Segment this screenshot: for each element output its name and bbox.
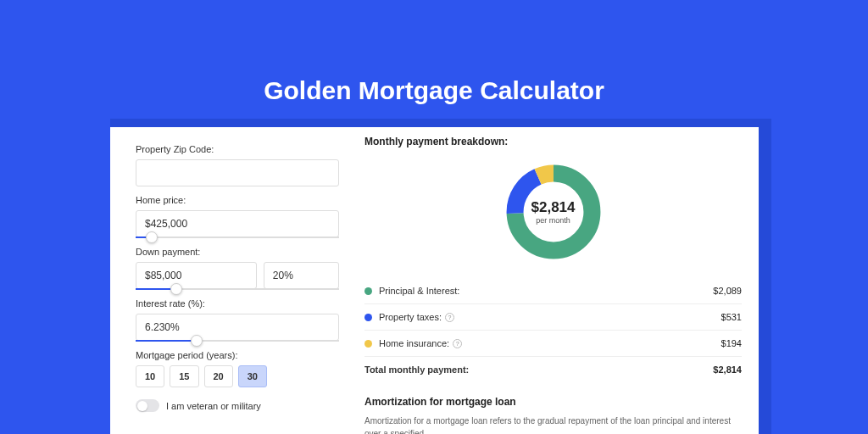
home-price-slider[interactable] xyxy=(136,236,339,238)
down-payment-pct-input[interactable] xyxy=(264,262,339,289)
donut-value: $2,814 xyxy=(531,199,576,216)
legend-label: Home insurance: ? xyxy=(379,338,721,348)
term-20-button[interactable]: 20 xyxy=(204,365,233,387)
total-value: $2,814 xyxy=(713,364,742,375)
form-panel: Property Zip Code: Home price: Down paym… xyxy=(136,136,339,434)
legend-dot-icon xyxy=(364,314,372,321)
zip-label: Property Zip Code: xyxy=(136,144,339,154)
calculator-card: Property Zip Code: Home price: Down paym… xyxy=(110,127,759,434)
slider-thumb-icon[interactable] xyxy=(170,283,182,295)
interest-input[interactable] xyxy=(136,314,339,341)
legend-label: Property taxes: ? xyxy=(379,312,721,322)
home-price-input[interactable] xyxy=(136,210,339,237)
home-price-label: Home price: xyxy=(136,195,339,205)
slider-thumb-icon[interactable] xyxy=(146,231,158,243)
down-payment-label: Down payment: xyxy=(136,247,339,257)
term-button-group: 10 15 20 30 xyxy=(136,365,339,387)
amortization-section: Amortization for mortgage loan Amortizat… xyxy=(364,396,742,434)
term-label: Mortgage period (years): xyxy=(136,350,339,360)
legend-value: $531 xyxy=(721,312,742,322)
legend-row-taxes: Property taxes: ? $531 xyxy=(364,304,742,331)
amortization-text: Amortization for a mortgage loan refers … xyxy=(364,415,742,434)
down-payment-slider[interactable] xyxy=(136,288,339,290)
info-icon[interactable]: ? xyxy=(453,339,462,348)
zip-input[interactable] xyxy=(136,159,339,186)
breakdown-panel: Monthly payment breakdown: $2,814 per mo… xyxy=(364,136,742,434)
veteran-label: I am veteran or military xyxy=(166,401,261,411)
legend-row-principal: Principal & Interest: $2,089 xyxy=(364,278,742,304)
amortization-heading: Amortization for mortgage loan xyxy=(364,396,742,408)
term-30-button[interactable]: 30 xyxy=(238,365,267,387)
term-10-button[interactable]: 10 xyxy=(136,365,164,387)
total-label: Total monthly payment: xyxy=(364,364,713,375)
interest-label: Interest rate (%): xyxy=(136,298,339,309)
legend-dot-icon xyxy=(364,340,372,348)
legend-row-insurance: Home insurance: ? $194 xyxy=(364,331,742,357)
page-title: Golden Mortgage Calculator xyxy=(0,76,868,105)
term-15-button[interactable]: 15 xyxy=(170,365,198,387)
legend-value: $194 xyxy=(721,338,742,348)
donut-sublabel: per month xyxy=(536,216,570,225)
legend-value: $2,089 xyxy=(713,286,742,296)
legend-dot-icon xyxy=(364,287,372,295)
slider-thumb-icon[interactable] xyxy=(191,335,203,347)
veteran-toggle[interactable] xyxy=(136,399,159,412)
legend-row-total: Total monthly payment: $2,814 xyxy=(364,357,742,382)
breakdown-heading: Monthly payment breakdown: xyxy=(364,136,742,147)
down-payment-input[interactable] xyxy=(136,262,257,289)
payment-donut-chart: $2,814 per month xyxy=(503,161,604,263)
legend-label: Principal & Interest: xyxy=(379,286,713,296)
interest-slider[interactable] xyxy=(136,340,339,342)
info-icon[interactable]: ? xyxy=(445,313,454,322)
